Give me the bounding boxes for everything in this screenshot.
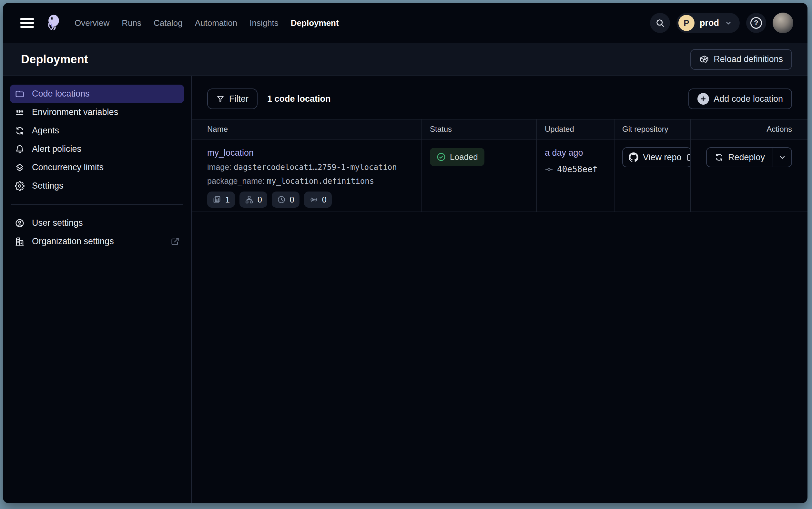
status-cell: Loaded bbox=[422, 139, 537, 211]
graph-icon bbox=[245, 195, 254, 204]
reload-definitions-button[interactable]: Reload definitions bbox=[690, 49, 792, 70]
page-title: Deployment bbox=[21, 53, 88, 66]
sidebar-item-environment-variables[interactable]: Environment variables bbox=[10, 103, 184, 122]
user-avatar[interactable] bbox=[773, 12, 793, 33]
check-circle-icon bbox=[436, 152, 446, 162]
table-row: my_location image: dagstercodelocati…275… bbox=[192, 139, 808, 212]
column-header-name: Name bbox=[192, 120, 422, 139]
reload-package-icon bbox=[699, 55, 709, 64]
menu-icon[interactable] bbox=[20, 18, 34, 28]
nav-item-overview[interactable]: Overview bbox=[75, 18, 109, 28]
top-nav: Overview Runs Catalog Automation Insight… bbox=[3, 3, 808, 43]
jobs-icon bbox=[212, 195, 221, 204]
folder-icon bbox=[14, 89, 25, 99]
search-icon bbox=[655, 18, 665, 28]
chevron-down-icon bbox=[778, 153, 787, 162]
column-header-git-repository: Git repository bbox=[615, 120, 691, 139]
help-button[interactable]: ? bbox=[746, 13, 766, 33]
name-cell: my_location image: dagstercodelocati…275… bbox=[192, 139, 422, 211]
page-header: Deployment Reload definitions bbox=[3, 43, 808, 76]
toolbar: Filter 1 code location Add code location bbox=[192, 76, 808, 119]
filter-icon bbox=[216, 95, 225, 103]
package-line: package_name: my_location.definitions bbox=[207, 176, 421, 186]
sidebar: Code locations Environment variables bbox=[3, 76, 192, 503]
sensor-icon bbox=[309, 195, 318, 204]
sidebar-item-user-settings[interactable]: User settings bbox=[10, 214, 184, 232]
github-icon bbox=[629, 152, 638, 162]
image-line: image: dagstercodelocati…2759-1-mylocati… bbox=[207, 163, 421, 172]
sidebar-item-code-locations[interactable]: Code locations bbox=[10, 84, 184, 103]
sidebar-item-organization-settings[interactable]: Organization settings bbox=[10, 232, 184, 250]
nav-item-automation[interactable]: Automation bbox=[195, 18, 237, 28]
sidebar-divider bbox=[11, 204, 183, 205]
sidebar-item-concurrency-limits[interactable]: Concurrency limits bbox=[10, 158, 184, 177]
jobs-count-chip: 1 bbox=[207, 192, 235, 208]
actions-cell: Redeploy bbox=[691, 139, 808, 211]
chevron-down-icon bbox=[724, 19, 733, 27]
gear-icon bbox=[14, 181, 25, 191]
sidebar-item-agents[interactable]: Agents bbox=[10, 122, 184, 140]
commit-hash: 40e58eef bbox=[557, 164, 597, 174]
clock-icon bbox=[277, 195, 286, 204]
redeploy-icon bbox=[714, 153, 724, 162]
code-location-count: 1 code location bbox=[267, 94, 331, 104]
deployment-initial-badge: P bbox=[678, 15, 695, 31]
sidebar-item-alert-policies[interactable]: Alert policies bbox=[10, 140, 184, 158]
redeploy-button[interactable]: Redeploy bbox=[707, 148, 773, 167]
user-circle-icon bbox=[14, 218, 25, 228]
env-vars-icon bbox=[14, 107, 25, 117]
git-commit-icon bbox=[545, 165, 553, 173]
deployment-switcher[interactable]: P prod bbox=[676, 13, 740, 33]
updated-time-link[interactable]: a day ago bbox=[545, 148, 583, 158]
sidebar-item-settings[interactable]: Settings bbox=[10, 177, 184, 195]
redeploy-more-button[interactable] bbox=[773, 148, 791, 167]
deployment-name: prod bbox=[700, 18, 719, 28]
view-repo-button[interactable]: View repo bbox=[622, 147, 691, 167]
external-link-icon bbox=[171, 237, 179, 246]
column-header-actions: Actions bbox=[691, 120, 808, 139]
redeploy-split-button: Redeploy bbox=[706, 147, 792, 167]
git-repository-cell: View repo bbox=[615, 139, 691, 211]
search-button[interactable] bbox=[650, 13, 670, 33]
filter-button[interactable]: Filter bbox=[207, 89, 258, 109]
external-link-icon bbox=[686, 153, 691, 162]
column-header-status: Status bbox=[422, 120, 537, 139]
table-header-row: Name Status Updated Git repository Actio… bbox=[192, 119, 808, 139]
nav-item-deployment[interactable]: Deployment bbox=[291, 18, 339, 28]
dagster-logo-icon[interactable] bbox=[44, 13, 62, 32]
code-locations-table: Name Status Updated Git repository Actio… bbox=[192, 119, 808, 212]
building-icon bbox=[14, 236, 25, 247]
add-code-location-button[interactable]: Add code location bbox=[689, 89, 792, 109]
graphs-count-chip: 0 bbox=[239, 192, 267, 208]
sensors-count-chip: 0 bbox=[304, 192, 332, 208]
plus-circle-icon bbox=[697, 93, 709, 105]
nav-items: Overview Runs Catalog Automation Insight… bbox=[75, 18, 339, 28]
column-header-updated: Updated bbox=[537, 120, 615, 139]
code-location-name-link[interactable]: my_location bbox=[207, 148, 254, 158]
help-icon: ? bbox=[750, 17, 762, 29]
nav-item-insights[interactable]: Insights bbox=[250, 18, 279, 28]
bell-icon bbox=[14, 144, 25, 155]
main-content: Filter 1 code location Add code location… bbox=[192, 76, 808, 503]
commit-line: 40e58eef bbox=[545, 164, 614, 174]
top-nav-right: P prod ? bbox=[650, 12, 793, 33]
definition-count-chips: 1 bbox=[207, 192, 421, 208]
status-badge: Loaded bbox=[430, 148, 484, 166]
schedules-count-chip: 0 bbox=[272, 192, 299, 208]
layers-icon bbox=[14, 163, 25, 173]
nav-item-runs[interactable]: Runs bbox=[122, 18, 141, 28]
sync-icon bbox=[14, 126, 25, 136]
nav-item-catalog[interactable]: Catalog bbox=[154, 18, 183, 28]
updated-cell: a day ago 40e58eef bbox=[537, 139, 615, 211]
app-window: Overview Runs Catalog Automation Insight… bbox=[3, 3, 808, 503]
